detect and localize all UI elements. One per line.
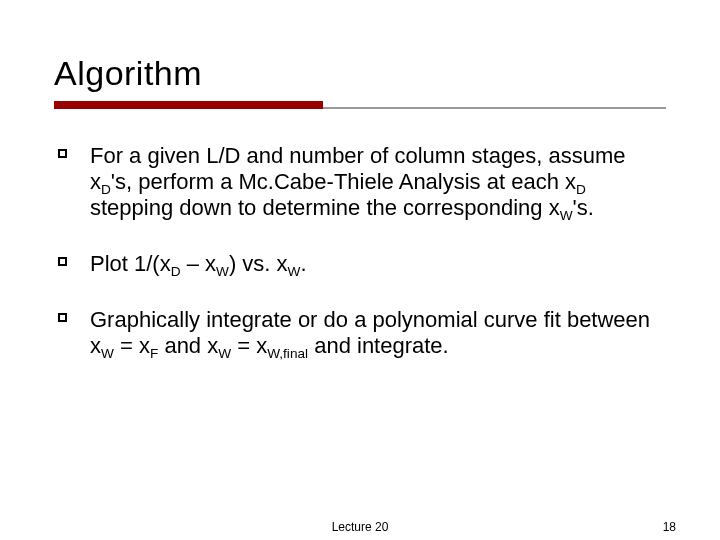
bullet-item: For a given L/D and number of column sta…	[58, 143, 666, 221]
title-rule	[54, 101, 666, 109]
slide: Algorithm For a given L/D and number of …	[0, 0, 720, 540]
bullet-text: Plot 1/(xD – xW) vs. xW.	[90, 251, 307, 276]
bullet-item: Plot 1/(xD – xW) vs. xW.	[58, 251, 666, 277]
footer-page-number: 18	[663, 520, 676, 534]
bullet-text: Graphically integrate or do a polynomial…	[90, 307, 650, 358]
rule-red	[54, 101, 323, 109]
bullet-list: For a given L/D and number of column sta…	[54, 143, 666, 359]
bullet-item: Graphically integrate or do a polynomial…	[58, 307, 666, 359]
footer-center: Lecture 20	[332, 520, 389, 534]
square-bullet-icon	[58, 149, 67, 158]
slide-title: Algorithm	[54, 54, 666, 93]
bullet-text: For a given L/D and number of column sta…	[90, 143, 626, 220]
square-bullet-icon	[58, 257, 67, 266]
square-bullet-icon	[58, 313, 67, 322]
